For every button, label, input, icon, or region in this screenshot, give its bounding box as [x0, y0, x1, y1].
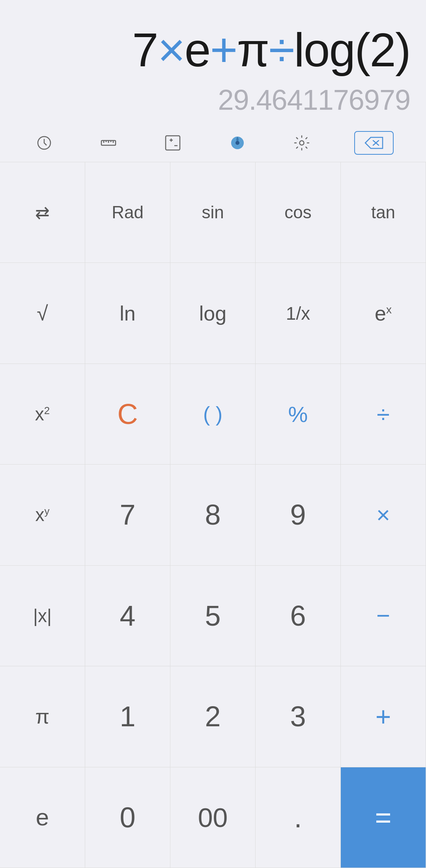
plus-label: + — [376, 701, 391, 732]
abs-btn[interactable]: |x| — [0, 566, 85, 666]
tan-btn[interactable]: tan — [341, 162, 426, 263]
ruler-icon[interactable] — [97, 131, 120, 155]
reciprocal-label: 1/x — [286, 303, 310, 324]
pi-label: π — [36, 705, 50, 728]
plus-sym: + — [210, 23, 237, 76]
ln-label: ln — [120, 302, 135, 325]
rad-label: Rad — [112, 202, 144, 222]
four-btn[interactable]: 4 — [85, 566, 170, 666]
toolbar — [0, 124, 426, 162]
three-btn[interactable]: 3 — [256, 666, 341, 767]
five-label: 5 — [205, 600, 220, 632]
abs-label: |x| — [33, 605, 52, 626]
two-btn[interactable]: 2 — [170, 666, 256, 767]
svg-rect-7 — [166, 136, 180, 150]
clear-label: C — [118, 398, 138, 430]
plusminus-icon[interactable] — [161, 131, 185, 155]
power-label: xy — [36, 504, 50, 525]
euler-btn[interactable]: e — [0, 767, 85, 868]
backspace-button[interactable] — [354, 131, 394, 155]
nine-label: 9 — [290, 499, 306, 531]
svg-point-12 — [235, 141, 239, 145]
clear-btn[interactable]: C — [85, 364, 170, 465]
result-display: 29.4641176979 — [16, 84, 410, 116]
sqrt-label: √ — [37, 302, 48, 325]
multiply-btn[interactable]: × — [341, 465, 426, 565]
one-label: 1 — [120, 700, 135, 733]
exp-label: ex — [375, 302, 392, 325]
five-btn[interactable]: 5 — [170, 566, 256, 666]
calculator-grid: ⇄ Rad sin cos tan √ ln log 1/x ex x2 C (… — [0, 162, 426, 868]
log-btn[interactable]: log — [170, 263, 256, 364]
ln-btn[interactable]: ln — [85, 263, 170, 364]
divide-btn[interactable]: ÷ — [341, 364, 426, 465]
two-label: 2 — [205, 700, 220, 733]
zero-btn[interactable]: 0 — [85, 767, 170, 868]
log-label: log — [199, 302, 226, 325]
divide-label: ÷ — [377, 401, 390, 428]
square-btn[interactable]: x2 — [0, 364, 85, 465]
nine-btn[interactable]: 9 — [256, 465, 341, 565]
minus-btn[interactable]: − — [341, 566, 426, 666]
svg-point-13 — [299, 141, 304, 145]
decimal-label: . — [294, 801, 302, 834]
sqrt-btn[interactable]: √ — [0, 263, 85, 364]
four-label: 4 — [120, 600, 135, 632]
three-label: 3 — [290, 700, 306, 733]
backspace-icon — [364, 136, 384, 150]
zero-label: 0 — [120, 801, 135, 834]
rad-btn[interactable]: Rad — [85, 162, 170, 263]
multiply-sym: × — [158, 23, 185, 76]
doublezero-label: 00 — [198, 802, 228, 833]
power-btn[interactable]: xy — [0, 465, 85, 565]
seven-btn[interactable]: 7 — [85, 465, 170, 565]
exp-btn[interactable]: ex — [341, 263, 426, 364]
divide-sym: ÷ — [269, 23, 294, 76]
tan-label: tan — [371, 202, 395, 222]
swap-btn[interactable]: ⇄ — [0, 162, 85, 263]
seven-label: 7 — [120, 499, 135, 531]
plus-btn[interactable]: + — [341, 666, 426, 767]
sin-btn[interactable]: sin — [170, 162, 256, 263]
sin-label: sin — [202, 202, 224, 222]
cos-btn[interactable]: cos — [256, 162, 341, 263]
eight-label: 8 — [205, 499, 220, 531]
reciprocal-btn[interactable]: 1/x — [256, 263, 341, 364]
percent-label: % — [288, 401, 308, 427]
settings-icon[interactable] — [290, 131, 314, 155]
multiply-label: × — [376, 501, 390, 529]
pi-btn[interactable]: π — [0, 666, 85, 767]
history-icon[interactable] — [32, 131, 56, 155]
six-label: 6 — [290, 600, 306, 632]
decimal-btn[interactable]: . — [256, 767, 341, 868]
equals-btn[interactable]: = — [341, 767, 426, 868]
expression-display: 7×e+π÷log(2) — [16, 24, 410, 76]
minus-label: − — [376, 602, 390, 629]
square-label: x2 — [35, 403, 50, 425]
paren-label: ( ) — [203, 402, 222, 426]
cos-label: cos — [284, 202, 311, 222]
swap-label: ⇄ — [35, 202, 50, 223]
theme-icon[interactable] — [226, 131, 249, 155]
six-btn[interactable]: 6 — [256, 566, 341, 666]
equals-label: = — [375, 801, 391, 834]
display-area: 7×e+π÷log(2) 29.4641176979 — [0, 0, 426, 124]
doublezero-btn[interactable]: 00 — [170, 767, 256, 868]
one-btn[interactable]: 1 — [85, 666, 170, 767]
percent-btn[interactable]: % — [256, 364, 341, 465]
eight-btn[interactable]: 8 — [170, 465, 256, 565]
euler-label: e — [36, 804, 49, 831]
paren-btn[interactable]: ( ) — [170, 364, 256, 465]
